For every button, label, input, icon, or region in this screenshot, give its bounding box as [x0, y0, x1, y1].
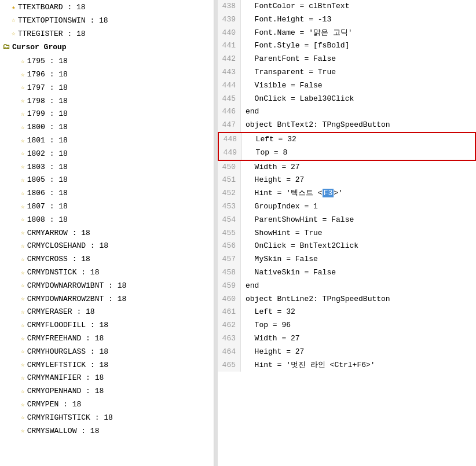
tree-item-ttextoptionswin[interactable]: ☆TTEXTOPTIONSWIN : 18: [0, 14, 214, 28]
line-content: Left = 32: [241, 306, 476, 319]
star-icon: ☆: [21, 70, 25, 80]
line-content: Hint = '텍스트 <F3>': [241, 187, 476, 200]
line-number: 458: [218, 266, 241, 280]
tree-item-1801[interactable]: ☆1801 : 18: [0, 134, 214, 148]
tree-item-1795[interactable]: ☆1795 : 18: [0, 55, 214, 68]
star-icon: ☆: [21, 96, 25, 107]
tree-item-label: 1801 : 18: [27, 135, 68, 147]
tree-item-crmydownarrow2bnt[interactable]: ☆CRMYDOWNARROW2BNT : 18: [0, 293, 214, 306]
tree-item-crmypen[interactable]: ☆CRMYPEN : 18: [0, 398, 214, 412]
code-line-465: 465 Hint = '멋진 라인 <Ctrl+F6>': [218, 359, 476, 372]
tree-item-label: TTEXTOPTIONSWIN : 18: [18, 15, 108, 27]
tree-item-label: CRMYCLOSEHAND : 18: [27, 240, 108, 252]
tree-item-crmyfloodfill[interactable]: ☆CRMYFLOODFILL : 18: [0, 319, 214, 332]
tree-item-1798[interactable]: ☆1798 : 18: [0, 95, 214, 108]
tree-item-crmyeraser[interactable]: ☆CRMYERASER : 18: [0, 306, 214, 319]
cursor-group-header[interactable]: 🗂 Cursor Group: [0, 41, 214, 55]
line-content: OnClick = Label30Click: [241, 93, 476, 106]
code-line-464: 464 Height = 27: [218, 346, 476, 359]
tree-item-crmycross[interactable]: ☆CRMYCROSS : 18: [0, 253, 214, 266]
tree-item-label: CRMYDOWNARROW1BNT : 18: [27, 280, 127, 292]
tree-item-crmydnstick[interactable]: ☆CRMYDNSTICK : 18: [0, 266, 214, 280]
tree-item-label: CRMYPEN : 18: [27, 399, 82, 411]
code-line-463: 463 Width = 27: [218, 332, 476, 346]
star-icon: ☆: [21, 202, 25, 212]
tree-item-label: CRMYCROSS : 18: [27, 254, 90, 266]
tree-item-crmymanifier[interactable]: ☆CRMYMANIFIER : 18: [0, 372, 214, 385]
line-content: end: [241, 105, 476, 119]
star-icon: ☆: [21, 426, 25, 436]
tree-item-crmyrightstick[interactable]: ☆CRMYRIGHTSTICK : 18: [0, 412, 214, 425]
tree-item-1806[interactable]: ☆1806 : 18: [0, 187, 214, 200]
tree-item-label: TTREGISTER : 18: [18, 28, 86, 41]
star-icon: ☆: [21, 268, 25, 278]
tree-item-label: 1796 : 18: [27, 69, 68, 81]
line-content: Left = 32: [242, 133, 475, 146]
code-line-443: 443 Transparent = True: [218, 66, 476, 79]
star-icon: ☆: [12, 16, 16, 26]
star-icon: ☆: [12, 29, 16, 39]
tree-item-1805[interactable]: ☆1805 : 18: [0, 174, 214, 187]
tree-item-1799[interactable]: ☆1799 : 18: [0, 108, 214, 121]
tree-item-ttextboard[interactable]: ★TTEXTBOARD : 18: [0, 1, 214, 14]
right-code-panel[interactable]: 438 FontColor = clBtnText439 Font.Height…: [218, 0, 476, 466]
tree-item-1807[interactable]: ☆1807 : 18: [0, 200, 214, 214]
group-label: Cursor Group: [12, 42, 67, 54]
group-items-container: ☆1795 : 18☆1796 : 18☆1797 : 18☆1798 : 18…: [0, 55, 214, 438]
tree-item-crmyswallow[interactable]: ☆CRMYSWALLOW : 18: [0, 425, 214, 438]
code-line-439: 439 Font.Height = -13: [218, 13, 476, 27]
line-number: 464: [218, 346, 241, 359]
tree-item-label: 1798 : 18: [27, 96, 68, 108]
tree-item-1797[interactable]: ☆1797 : 18: [0, 82, 214, 95]
tree-item-label: 1797 : 18: [27, 82, 68, 94]
line-number: 455: [218, 227, 241, 240]
code-line-442: 442 ParentFont = False: [218, 53, 476, 66]
tree-item-1803[interactable]: ☆1803 : 18: [0, 161, 214, 174]
tree-item-label: 1808 : 18: [27, 214, 68, 226]
tree-item-crmyfreehand[interactable]: ☆CRMYFREEHAND : 18: [0, 332, 214, 346]
line-content: end: [241, 280, 476, 293]
code-line-460: 460object BntLine2: TPngSpeedButton: [218, 293, 476, 306]
star-icon: ☆: [21, 307, 25, 318]
code-line-452: 452 Hint = '텍스트 <F3>': [218, 187, 476, 200]
star-icon: ☆: [21, 175, 25, 186]
line-content: Font.Style = [fsBold]: [241, 39, 476, 53]
tree-item-label: CRMYSWALLOW : 18: [27, 425, 100, 438]
tree-item-1800[interactable]: ☆1800 : 18: [0, 121, 214, 134]
line-number: 442: [218, 53, 241, 66]
line-number: 439: [218, 13, 241, 27]
tree-item-label: 1803 : 18: [27, 162, 68, 174]
line-number: 438: [218, 0, 241, 13]
line-number: 450: [218, 161, 241, 174]
star-icon: ☆: [21, 360, 25, 370]
star-icon: ☆: [21, 294, 25, 304]
line-content: Height = 27: [241, 346, 476, 359]
tree-item-label: CRMYOPENHAND : 18: [27, 386, 104, 398]
tree-item-label: 1807 : 18: [27, 201, 68, 213]
tree-item-crmyarrow[interactable]: ☆CRMYARROW : 18: [0, 227, 214, 240]
line-number: 452: [218, 187, 241, 200]
star-icon: ☆: [21, 162, 25, 173]
tree-item-crmyclosehand[interactable]: ☆CRMYCLOSEHAND : 18: [0, 240, 214, 253]
code-line-444: 444 Visible = False: [218, 79, 476, 93]
left-tree-panel[interactable]: ★TTEXTBOARD : 18☆TTEXTOPTIONSWIN : 18☆TT…: [0, 0, 214, 466]
line-number: 440: [218, 27, 241, 40]
tree-item-crmyhourglass[interactable]: ☆CRMYHOURGLASS : 18: [0, 346, 214, 359]
tree-item-label: TTEXTBOARD : 18: [18, 2, 86, 14]
tree-item-1808[interactable]: ☆1808 : 18: [0, 214, 214, 227]
line-content: Visible = False: [241, 79, 476, 93]
tree-item-ttregister[interactable]: ☆TTREGISTER : 18: [0, 28, 214, 41]
code-line-441: 441 Font.Style = [fsBold]: [218, 39, 476, 53]
tree-item-1796[interactable]: ☆1796 : 18: [0, 68, 214, 82]
tree-item-crmyopenhand[interactable]: ☆CRMYOPENHAND : 18: [0, 385, 214, 398]
star-icon: ★: [12, 3, 16, 13]
tree-item-1802[interactable]: ☆1802 : 18: [0, 148, 214, 161]
tree-item-crmydownarrow1bnt[interactable]: ☆CRMYDOWNARROW1BNT : 18: [0, 280, 214, 293]
star-icon: ☆: [21, 123, 25, 133]
star-icon: ☆: [21, 57, 25, 67]
code-line-449: 449 Top = 8: [219, 146, 475, 160]
tree-item-crmyleftstick[interactable]: ☆CRMYLEFTSTICK : 18: [0, 359, 214, 372]
star-icon: ☆: [21, 387, 25, 397]
line-number: 444: [218, 79, 241, 93]
star-icon: ☆: [21, 281, 25, 291]
